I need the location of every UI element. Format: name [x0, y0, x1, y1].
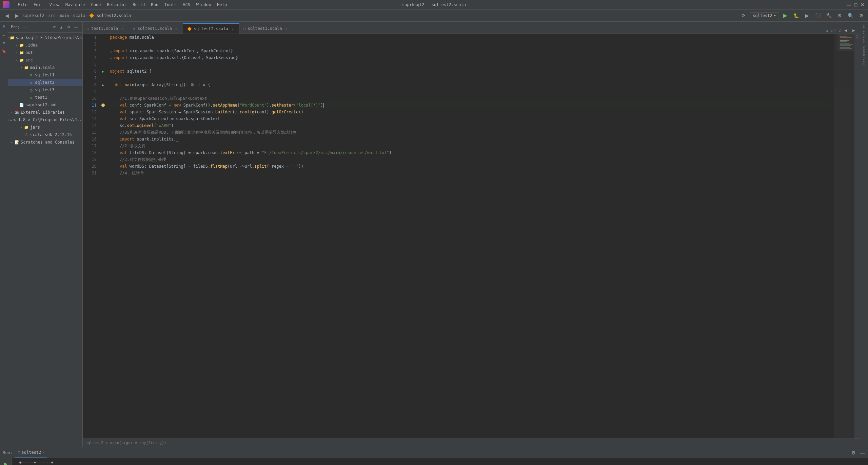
panel-sync-button[interactable]: ⟳ — [51, 24, 57, 31]
tree-iml[interactable]: ▸ 📄 saprksql2.iml — [8, 101, 82, 109]
stop-button[interactable]: ⬛ — [813, 11, 823, 20]
structure-icon[interactable]: ≡ — [0, 39, 8, 47]
run-coverage-button[interactable]: ▶ — [802, 11, 812, 20]
str-space: " " — [291, 163, 299, 170]
tree-ext-arrow: ▾ — [9, 111, 14, 114]
tree-jars[interactable]: ▸ 📁 jars — [8, 124, 82, 131]
settings-button[interactable]: ⚙ — [835, 11, 844, 20]
menu-edit[interactable]: Edit — [31, 2, 46, 8]
breakpoint-11[interactable] — [101, 104, 105, 107]
project-icon[interactable]: P — [0, 23, 8, 31]
tab-sqltest2[interactable]: 🔶 sqltest2.scala ✕ — [183, 23, 239, 34]
debug-button[interactable]: 🐛 — [791, 11, 801, 20]
tab-sqltest3[interactable]: ○ sqltest3.scala ✕ — [239, 23, 293, 34]
minimize-button[interactable]: — — [846, 2, 852, 7]
menu-window[interactable]: Window — [194, 2, 214, 8]
gutter-10 — [99, 95, 107, 102]
menu-view[interactable]: View — [47, 2, 62, 8]
tree-root[interactable]: ▾ 📁 saprksql2 E:\IdeaProjects\sap — [8, 34, 82, 41]
tree-sqltest2[interactable]: ▸ ⊙ sqltest2 — [8, 79, 82, 86]
tree-out[interactable]: ▸ 📁 out — [8, 49, 82, 56]
breadcrumb-main[interactable]: main — [59, 13, 69, 18]
menu-build[interactable]: Build — [130, 2, 147, 8]
menu-refactor[interactable]: Refactor — [104, 2, 129, 8]
plain-20c: ] = fileDS. — [183, 163, 210, 170]
tab-sqltest2-close[interactable]: ✕ — [230, 26, 235, 31]
maximize-button[interactable]: □ — [853, 2, 859, 7]
run-panel-settings[interactable]: ⚙ — [850, 450, 856, 456]
tree-src[interactable]: ▾ 📁 src — [8, 56, 82, 64]
comment-15: //DS和DF的底层都是RDD, 下面的计算过程中底层涉及到他们的相互转换，所以… — [120, 129, 297, 136]
run-arrow-8[interactable]: ▶ — [102, 83, 104, 87]
tree-scala-sdk-label: scala-sdk-2.12.15 — [30, 132, 72, 137]
tree-jdk[interactable]: ▸ ☕ < 1.8 > C:\Program Files\J... — [8, 116, 82, 124]
menu-file[interactable]: File — [15, 2, 30, 8]
tab-sqltest3-close[interactable]: ✕ — [284, 26, 289, 31]
run-config[interactable]: sqltest2 ▾ — [750, 12, 779, 19]
code-line-19: //3.对文件数据进行处理 — [110, 156, 831, 163]
tree-jdk-label: < 1.8 > C:\Program Files\J... — [13, 117, 82, 122]
structure-label[interactable]: Structure — [862, 23, 867, 44]
tab-sqltest1-close[interactable]: ✕ — [174, 26, 179, 31]
code-line-12: val spark: SparkSession = SparkSession .… — [110, 109, 831, 115]
tree-sqltest1[interactable]: ▸ ⊙ sqltest1 — [8, 71, 82, 79]
titlebar-left: File Edit View Navigate Code Refactor Bu… — [3, 1, 230, 8]
build-button[interactable]: 🔨 — [824, 11, 833, 20]
left-sidebar-icons: P ★ ≡ 🔖 — [0, 22, 8, 447]
tab-scroll-right[interactable]: ▶ — [850, 27, 857, 34]
gutter-7 — [99, 75, 107, 81]
tree-scratches[interactable]: ▸ 📝 Scratches and Consoles — [8, 138, 82, 146]
menu-help[interactable]: Help — [214, 2, 230, 8]
type-unit: Unit — [191, 81, 200, 88]
run-tab-close[interactable]: ✕ — [42, 450, 44, 454]
kw-val-20: val — [120, 163, 127, 170]
tree-scala-sdk[interactable]: ▸ Λ scala-sdk-2.12.15 — [8, 131, 82, 138]
run-play-button[interactable]: ▶ — [2, 460, 10, 465]
tree-src-label: src — [25, 58, 33, 62]
tab-sqltest1[interactable]: ⊙ sqltest1.scala ✕ — [129, 23, 183, 34]
fn-flatmap: flatMap — [210, 163, 228, 170]
code-content[interactable]: package main.scala ⌄ import org.apache.s… — [107, 34, 834, 439]
menu-vcs[interactable]: VCS — [180, 2, 193, 8]
menu-code[interactable]: Code — [88, 2, 104, 8]
bookmarks-label[interactable]: Bookmarks — [862, 45, 867, 66]
panel-close-button[interactable]: — — [73, 24, 80, 31]
menu-tools[interactable]: Tools — [162, 2, 179, 8]
back-button[interactable]: ◀ — [2, 11, 12, 20]
run-panel-minimize[interactable]: — — [859, 450, 865, 456]
update-button[interactable]: ⟳ — [739, 11, 748, 20]
run-tab-sqltest2[interactable]: ⊙ sqltest2 ✕ — [15, 447, 47, 458]
breadcrumb-sep4: › — [86, 13, 88, 18]
tab-test1-close[interactable]: ✕ — [120, 26, 125, 31]
breadcrumb-scala[interactable]: scala — [73, 13, 85, 18]
search-everywhere-button[interactable]: 🔍 — [846, 11, 855, 20]
tree-sqltest2-icon: ⊙ — [28, 80, 34, 85]
forward-button[interactable]: ▶ — [12, 11, 22, 20]
bookmarks-icon[interactable]: 🔖 — [0, 48, 8, 55]
tree-scala-sdk-icon: Λ — [24, 133, 29, 137]
tab-scroll-left[interactable]: ◀ — [842, 27, 849, 34]
type-dataset-18: Dataset — [149, 149, 166, 156]
close-button[interactable]: ✕ — [860, 2, 865, 7]
breadcrumb-project[interactable]: saprksql2 — [22, 13, 44, 18]
breadcrumb-file[interactable]: 🔶 sqltest2.scala — [89, 13, 131, 18]
breadcrumb-src[interactable]: src — [48, 13, 56, 18]
favorites-icon[interactable]: ★ — [0, 31, 8, 39]
tree-sqltest3[interactable]: ▸ ○ sqltest3 — [8, 86, 82, 94]
type-sparkcontext2: SparkContext — [139, 115, 169, 122]
plain-3c: } — [231, 48, 233, 54]
tree-main-scala[interactable]: ▾ 📁 main.scala — [8, 64, 82, 71]
run-arrow-6[interactable]: ▶ — [102, 70, 104, 73]
plain-12d: (). — [232, 109, 240, 115]
tree-test1[interactable]: ▸ ⊙ test1 — [8, 94, 82, 101]
menu-run[interactable]: Run — [148, 2, 161, 8]
run-button[interactable]: ▶ — [781, 11, 790, 20]
panel-settings-button[interactable]: ⚙ — [65, 24, 72, 31]
settings2-button[interactable]: ⚙ — [856, 11, 866, 20]
tab-test1[interactable]: ○ test1.scala ✕ — [83, 23, 129, 34]
panel-collapse-button[interactable]: ▲ — [58, 24, 65, 31]
tree-idea[interactable]: ▸ 📁 .idea — [8, 41, 82, 49]
menu-navigate[interactable]: Navigate — [63, 2, 88, 8]
kw-import-3: import — [113, 48, 127, 54]
tree-ext-lib[interactable]: ▾ 📚 External Libraries — [8, 109, 82, 116]
